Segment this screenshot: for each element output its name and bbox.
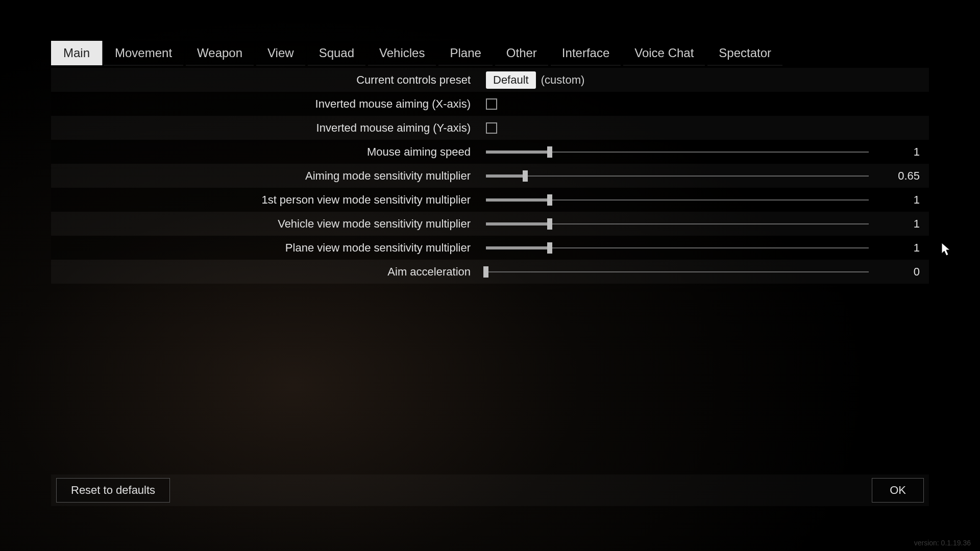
tab-main[interactable]: Main — [51, 41, 103, 65]
slider-thumb[interactable] — [483, 266, 488, 278]
setting-label: 1st person view mode sensitivity multipl… — [57, 193, 486, 207]
setting-value: 1 — [874, 217, 920, 231]
tab-spectator[interactable]: Spectator — [706, 41, 784, 65]
slider[interactable] — [486, 219, 869, 229]
tab-plane[interactable]: Plane — [437, 41, 494, 65]
setting-value: 1 — [874, 193, 920, 207]
setting-row: Vehicle view mode sensitivity multiplier… — [51, 212, 929, 236]
tab-other[interactable]: Other — [494, 41, 550, 65]
setting-label: Aiming mode sensitivity multiplier — [57, 169, 486, 183]
slider[interactable] — [486, 243, 869, 253]
setting-label: Inverted mouse aiming (X-axis) — [57, 97, 486, 111]
slider[interactable] — [486, 147, 869, 157]
footer-bar: Reset to defaults OK — [51, 474, 929, 506]
setting-row: Inverted mouse aiming (X-axis) — [51, 92, 929, 116]
slider-thumb[interactable] — [547, 242, 552, 254]
setting-value: 1 — [874, 241, 920, 255]
preset-suffix: (custom) — [541, 73, 585, 87]
setting-row: 1st person view mode sensitivity multipl… — [51, 188, 929, 212]
setting-value: 0.65 — [874, 169, 920, 183]
setting-row: Aim acceleration0 — [51, 260, 929, 284]
slider-thumb[interactable] — [523, 170, 528, 182]
setting-value: 0 — [874, 265, 920, 279]
version-label: version: 0.1.19.36 — [914, 539, 971, 547]
tab-squad[interactable]: Squad — [307, 41, 367, 65]
setting-label: Plane view mode sensitivity multiplier — [57, 241, 486, 255]
slider[interactable] — [486, 267, 869, 277]
slider[interactable] — [486, 195, 869, 205]
slider-thumb[interactable] — [547, 218, 552, 230]
settings-rows: Current controls presetDefault(custom)In… — [51, 68, 929, 284]
preset-value-badge[interactable]: Default — [486, 71, 536, 89]
checkbox[interactable] — [486, 122, 497, 134]
setting-label: Mouse aiming speed — [57, 145, 486, 159]
setting-label: Aim acceleration — [57, 265, 486, 279]
slider-thumb[interactable] — [547, 146, 552, 158]
slider[interactable] — [486, 171, 869, 181]
slider-thumb[interactable] — [547, 194, 552, 206]
tab-movement[interactable]: Movement — [103, 41, 185, 65]
setting-label: Vehicle view mode sensitivity multiplier — [57, 217, 486, 231]
reset-to-defaults-button[interactable]: Reset to defaults — [56, 478, 170, 503]
tab-vehicles[interactable]: Vehicles — [367, 41, 437, 65]
tab-voice-chat[interactable]: Voice Chat — [622, 41, 706, 65]
ok-button[interactable]: OK — [872, 478, 924, 503]
tab-weapon[interactable]: Weapon — [185, 41, 255, 65]
preset-label: Current controls preset — [57, 73, 486, 87]
preset-control[interactable]: Default(custom) — [486, 71, 874, 89]
tabs-bar: MainMovementWeaponViewSquadVehiclesPlane… — [51, 41, 929, 65]
setting-value: 1 — [874, 145, 920, 159]
settings-panel: MainMovementWeaponViewSquadVehiclesPlane… — [51, 41, 929, 284]
setting-row: Plane view mode sensitivity multiplier1 — [51, 236, 929, 260]
tab-interface[interactable]: Interface — [550, 41, 622, 65]
preset-row: Current controls presetDefault(custom) — [51, 68, 929, 92]
setting-label: Inverted mouse aiming (Y-axis) — [57, 121, 486, 135]
tab-view[interactable]: View — [255, 41, 307, 65]
setting-row: Mouse aiming speed1 — [51, 140, 929, 164]
checkbox[interactable] — [486, 98, 497, 110]
setting-row: Inverted mouse aiming (Y-axis) — [51, 116, 929, 140]
cursor-icon — [941, 242, 951, 257]
setting-row: Aiming mode sensitivity multiplier0.65 — [51, 164, 929, 188]
